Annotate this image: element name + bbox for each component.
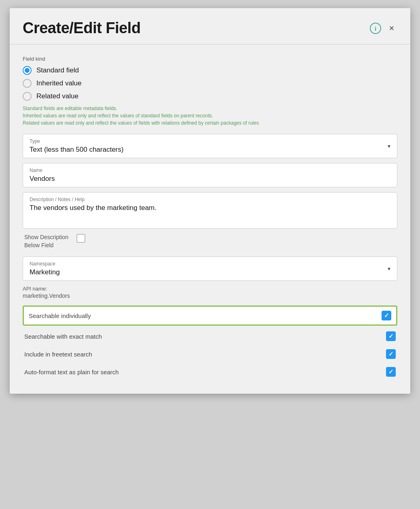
description-value: The vendors used by the marketing team. <box>30 204 390 212</box>
auto-format-label: Auto-format text as plain for search <box>24 368 378 376</box>
searchable-exact-match-label: Searchable with exact match <box>24 332 378 341</box>
radio-standard-field[interactable]: Standard field <box>23 66 397 75</box>
type-value: Text (less than 500 characters) <box>30 146 390 154</box>
dialog-body: Field kind Standard field Inherited valu… <box>10 45 410 394</box>
api-name-label: API name: <box>23 286 397 292</box>
name-label: Name <box>30 168 390 173</box>
include-freetext-label: Include in freetext search <box>24 350 378 358</box>
field-kind-label: Field kind <box>23 56 397 62</box>
name-field[interactable]: Name Vendors <box>23 163 397 187</box>
radio-inherited-circle <box>23 79 32 88</box>
show-description-label: Show Description Below Field <box>24 233 68 249</box>
auto-format-row: Auto-format text as plain for search <box>23 363 397 381</box>
header-icons: i × <box>370 23 397 34</box>
field-kind-radio-group: Standard field Inherited value Related v… <box>23 66 397 101</box>
description-label: Description / Notes / Help <box>30 197 390 202</box>
dialog-title: Create/Edit Field <box>23 19 140 37</box>
searchable-individually-checkbox[interactable] <box>382 311 391 320</box>
create-edit-field-dialog: Create/Edit Field i × Field kind Standar… <box>10 8 410 394</box>
searchable-individually-label: Searchable individually <box>29 312 373 320</box>
name-value: Vendors <box>30 175 390 183</box>
type-label: Type <box>30 138 390 144</box>
radio-standard-circle <box>23 66 32 75</box>
auto-format-checkbox[interactable] <box>386 367 396 377</box>
radio-standard-label: Standard field <box>36 66 79 74</box>
namespace-label: Namespace <box>30 261 390 267</box>
api-name-section: API name: marketing.Vendors <box>23 286 397 299</box>
type-field[interactable]: Type Text (less than 500 characters) ▾ <box>23 134 397 158</box>
api-name-value: marketing.Vendors <box>23 293 397 299</box>
radio-related-label: Related value <box>36 92 78 100</box>
searchable-individually-row: Searchable individually <box>23 305 397 326</box>
field-kind-help-text: Standard fields are editable metadata fi… <box>23 105 397 127</box>
namespace-dropdown-arrow: ▾ <box>388 265 390 272</box>
field-kind-section: Field kind Standard field Inherited valu… <box>23 56 397 127</box>
show-description-checkbox[interactable] <box>76 234 85 243</box>
radio-inherited-value[interactable]: Inherited value <box>23 79 397 88</box>
searchable-exact-match-row: Searchable with exact match <box>23 327 397 345</box>
radio-related-circle <box>23 92 32 101</box>
show-description-row: Show Description Below Field <box>23 233 397 249</box>
radio-inherited-label: Inherited value <box>36 79 82 87</box>
searchable-exact-match-checkbox[interactable] <box>386 331 396 341</box>
include-freetext-checkbox[interactable] <box>386 349 396 359</box>
namespace-field[interactable]: Namespace Marketing ▾ <box>23 257 397 281</box>
radio-related-value[interactable]: Related value <box>23 92 397 101</box>
include-freetext-row: Include in freetext search <box>23 345 397 363</box>
info-icon[interactable]: i <box>370 23 381 34</box>
dialog-header: Create/Edit Field i × <box>10 8 410 45</box>
searchable-options: Searchable individually Searchable with … <box>23 305 397 381</box>
description-field[interactable]: Description / Notes / Help The vendors u… <box>23 192 397 229</box>
namespace-value: Marketing <box>30 268 390 276</box>
close-button[interactable]: × <box>386 23 397 34</box>
type-dropdown-arrow: ▾ <box>388 143 390 149</box>
